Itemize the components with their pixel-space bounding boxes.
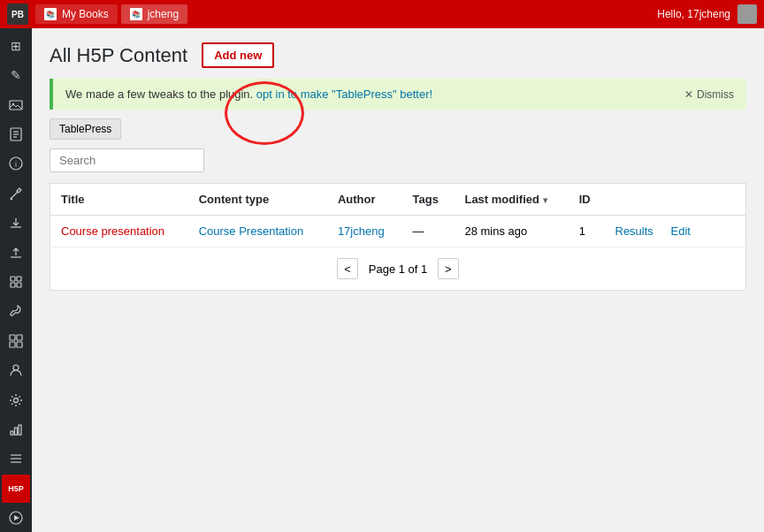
notice-link[interactable]: opt in to make "TablePress" better! [256, 87, 432, 101]
user-greeting: Hello, 17jcheng [657, 8, 730, 20]
cell-content-type: Course Presentation [188, 216, 327, 247]
col-actions [605, 184, 746, 216]
pagination-row: < Page 1 of 1 > [50, 247, 746, 291]
cell-tags: — [402, 216, 455, 247]
svg-rect-11 [17, 277, 21, 281]
results-action-link[interactable]: Results [615, 224, 653, 238]
col-id: ID [569, 184, 605, 216]
sidebar-icon-dashboard[interactable]: ⊞ [2, 32, 30, 59]
pagination-cell: < Page 1 of 1 > [50, 247, 746, 291]
svg-rect-15 [17, 335, 22, 340]
sidebar-icon-settings[interactable] [2, 386, 30, 414]
svg-rect-22 [19, 425, 21, 435]
svg-text:i: i [15, 160, 17, 169]
table-row: Course presentation Course Presentation … [50, 216, 746, 247]
pagination-text: Page 1 of 1 [369, 262, 428, 276]
pb-logo[interactable]: PB [7, 4, 28, 25]
notice-text: We made a few tweaks to the plugin. opt … [65, 87, 432, 101]
sidebar-icon-pages[interactable] [2, 120, 30, 148]
edit-action-link[interactable]: Edit [670, 224, 690, 238]
sidebar-icon-catalog[interactable] [2, 268, 30, 295]
col-title: Title [50, 184, 188, 216]
svg-rect-10 [11, 277, 15, 281]
svg-rect-13 [17, 283, 21, 287]
notice-dismiss-button[interactable]: ✕ Dismiss [684, 88, 734, 101]
cell-title: Course presentation [50, 216, 188, 247]
top-bar-right: Hello, 17jcheng [657, 4, 757, 24]
page-header: All H5P Content Add new [50, 42, 274, 68]
page-header-area: All H5P Content Add new [50, 42, 274, 79]
sidebar-icon-import[interactable] [2, 209, 30, 236]
user-avatar[interactable] [737, 4, 757, 24]
close-icon: ✕ [684, 88, 693, 101]
svg-rect-14 [10, 335, 15, 340]
svg-marker-27 [14, 515, 19, 521]
col-last-modified[interactable]: Last modified ▾ [454, 184, 568, 216]
author-link[interactable]: 17jcheng [338, 224, 385, 238]
sidebar-icon-wrench[interactable] [2, 298, 30, 325]
sidebar-icon-play[interactable] [2, 505, 30, 532]
svg-rect-17 [17, 342, 22, 347]
layout: ⊞ ✎ i [0, 28, 764, 532]
content-table: Title Content type Author Tags Last modi… [50, 183, 746, 291]
page-title: All H5P Content [50, 44, 187, 67]
table-header: Title Content type Author Tags Last modi… [50, 184, 746, 216]
sidebar-icon-tools[interactable] [2, 179, 30, 207]
table-body: Course presentation Course Presentation … [50, 216, 746, 291]
cell-last-modified: 28 mins ago [454, 216, 568, 247]
cell-author: 17jcheng [327, 216, 402, 247]
tab-my-books-label: My Books [62, 8, 109, 20]
top-bar-left: PB 📚 My Books 📚 jcheng [7, 4, 657, 25]
cell-actions: Results Edit [605, 216, 746, 247]
svg-rect-20 [11, 431, 13, 435]
tab-jcheng[interactable]: 📚 jcheng [121, 4, 187, 24]
sidebar-icon-posts[interactable]: ✎ [2, 61, 30, 88]
col-content-type: Content type [188, 184, 327, 216]
tablepress-button[interactable]: TablePress [50, 118, 121, 140]
sidebar-icon-media[interactable] [2, 91, 30, 118]
svg-rect-16 [10, 342, 15, 347]
sidebar: ⊞ ✎ i [0, 28, 32, 532]
sidebar-icon-info[interactable]: i [2, 150, 30, 178]
notice-bar: We made a few tweaks to the plugin. opt … [50, 79, 746, 110]
main-content: All H5P Content Add new We made a few tw… [32, 28, 764, 532]
svg-rect-21 [15, 428, 18, 435]
sidebar-icon-users[interactable] [2, 356, 30, 384]
top-bar: PB 📚 My Books 📚 jcheng Hello, 17jcheng [0, 0, 764, 28]
pagination-prev[interactable]: < [337, 258, 358, 279]
pagination-next[interactable]: > [438, 258, 459, 279]
title-link[interactable]: Course presentation [61, 224, 164, 238]
sidebar-icon-list[interactable] [2, 445, 30, 473]
sort-icon: ▾ [543, 195, 547, 205]
sidebar-icon-h5p[interactable]: H5P [2, 475, 30, 502]
my-books-icon: 📚 [44, 8, 57, 20]
add-new-button[interactable]: Add new [202, 42, 274, 68]
tab-my-books[interactable]: 📚 My Books [35, 4, 118, 24]
jcheng-icon: 📚 [130, 8, 142, 20]
sidebar-icon-bulk[interactable] [2, 327, 30, 354]
svg-point-19 [14, 398, 19, 402]
col-author: Author [327, 184, 402, 216]
sidebar-icon-export[interactable] [2, 239, 30, 266]
search-input[interactable] [50, 148, 204, 172]
svg-point-18 [13, 365, 19, 370]
cell-id: 1 [569, 216, 605, 247]
tab-jcheng-label: jcheng [148, 8, 179, 20]
search-container [50, 148, 746, 183]
content-type-link[interactable]: Course Presentation [199, 224, 304, 238]
col-tags: Tags [402, 184, 455, 216]
svg-rect-12 [11, 283, 15, 287]
sidebar-icon-stats[interactable] [2, 415, 30, 443]
table-header-row: Title Content type Author Tags Last modi… [50, 184, 746, 216]
